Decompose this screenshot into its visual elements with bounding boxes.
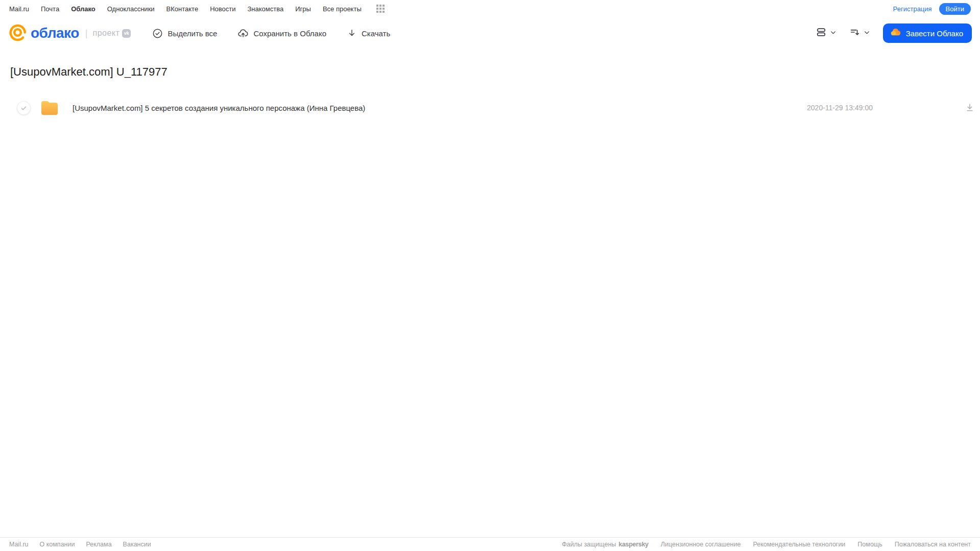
get-cloud-button[interactable]: Завести Облако [883, 23, 972, 43]
cloud-upload-icon [237, 28, 249, 39]
footer-left-links: Mail.ru О компании Реклама Вакансии [9, 541, 151, 548]
portal-links: Mail.ru Почта Облако Одноклассники ВКонт… [9, 5, 385, 13]
page-title: [UsupovMarket.com] U_117977 [10, 65, 980, 79]
footer: Mail.ru О компании Реклама Вакансии Файл… [0, 537, 980, 551]
footer-link-help[interactable]: Помощь [857, 541, 882, 548]
file-name[interactable]: [UsupovMarket.com] 5 секретов создания у… [73, 104, 807, 112]
checkmark-icon [20, 105, 27, 111]
cloud-logo[interactable]: облако | проект vk [8, 23, 131, 44]
view-toggle-dropdown[interactable] [816, 27, 836, 40]
row-checkbox[interactable] [17, 101, 31, 115]
protected-label: Файлы защищены [562, 541, 616, 548]
main-content: [UsupovMarket.com] U_117977 [0, 65, 980, 121]
footer-link-mailru[interactable]: Mail.ru [9, 541, 29, 548]
portal-navbar: Mail.ru Почта Облако Одноклассники ВКонт… [0, 0, 980, 17]
kaspersky-logo: kaspersky [618, 541, 648, 548]
sort-dropdown[interactable] [849, 27, 870, 40]
header-toolbar: облако | проект vk Выделить все [0, 17, 980, 49]
nav-item-mailru[interactable]: Mail.ru [9, 5, 29, 13]
select-all-label: Выделить все [168, 29, 217, 38]
file-row[interactable]: [UsupovMarket.com] 5 секретов создания у… [0, 94, 980, 121]
nav-item-vkontakte[interactable]: ВКонтакте [166, 5, 199, 13]
download-arrow-icon [347, 28, 357, 38]
orange-cloud-icon [890, 27, 901, 40]
auth-area: Регистрация Войти [893, 3, 971, 15]
kaspersky-protected: Файлы защищеныkaspersky [562, 541, 649, 548]
footer-link-report[interactable]: Пожаловаться на контент [895, 541, 971, 548]
row-download-icon[interactable] [965, 103, 975, 113]
chevron-down-icon [864, 29, 870, 38]
file-date: 2020-11-29 13:49:00 [807, 104, 873, 112]
select-all-button[interactable]: Выделить все [152, 28, 217, 39]
login-button[interactable]: Войти [939, 3, 971, 15]
logo-wordmark: облако [31, 25, 79, 41]
nav-item-igry[interactable]: Игры [295, 5, 311, 13]
nav-item-pochta[interactable]: Почта [41, 5, 59, 13]
registration-link[interactable]: Регистрация [893, 5, 932, 13]
download-button[interactable]: Скачать [347, 28, 390, 38]
footer-link-about[interactable]: О компании [40, 541, 75, 548]
save-to-cloud-label: Сохранить в Облако [253, 29, 326, 38]
folder-icon [41, 100, 58, 115]
get-cloud-label: Завести Облако [906, 29, 963, 38]
footer-right-links: Файлы защищеныkaspersky Лицензионное сог… [562, 541, 971, 548]
footer-link-recommendations[interactable]: Рекомендательные технологии [753, 541, 845, 548]
nav-item-odnoklassniki[interactable]: Одноклассники [107, 5, 155, 13]
check-circle-icon [152, 28, 163, 39]
sort-icon [849, 27, 861, 40]
footer-link-license[interactable]: Лицензионное соглашение [661, 541, 741, 548]
logo-divider: | [85, 28, 88, 39]
file-actions-toolbar: Выделить все Сохранить в Облако Скача [152, 28, 390, 39]
apps-grid-icon[interactable] [376, 5, 385, 13]
header-right-controls: Завести Облако [816, 23, 972, 43]
nav-item-znakomstva[interactable]: Знакомства [247, 5, 283, 13]
cloud-mail-page: Mail.ru Почта Облако Одноклассники ВКонт… [0, 0, 980, 551]
chevron-down-icon [830, 29, 836, 38]
view-toggle-icon [816, 27, 827, 40]
save-to-cloud-button[interactable]: Сохранить в Облако [237, 28, 326, 39]
mailru-at-icon [8, 23, 27, 44]
download-label: Скачать [362, 29, 390, 38]
footer-link-jobs[interactable]: Вакансии [123, 541, 151, 548]
project-label: проект [93, 29, 120, 38]
nav-item-all-projects[interactable]: Все проекты [323, 5, 362, 13]
footer-link-ads[interactable]: Реклама [86, 541, 111, 548]
vk-badge-icon: vk [122, 29, 131, 38]
nav-item-novosti[interactable]: Новости [210, 5, 235, 13]
nav-item-oblako[interactable]: Облако [71, 5, 95, 13]
